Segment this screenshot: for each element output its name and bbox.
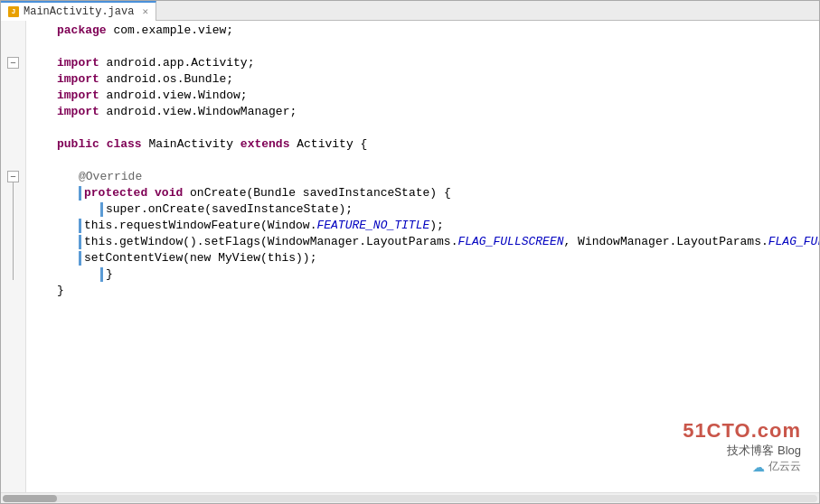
plain-token [99, 137, 107, 151]
code-line [33, 153, 819, 169]
keyword-token: import [57, 89, 99, 102]
line-content [33, 39, 819, 55]
plain-token: this.requestWindowFeature(Window. [84, 219, 316, 232]
code-line: protected void onCreate(Bundle savedInst… [33, 185, 819, 201]
java-file-icon: J [8, 6, 19, 17]
plain-token: android.app.Activity; [99, 56, 255, 70]
keyword-token: public [57, 137, 99, 151]
code-line [33, 299, 819, 315]
watermark-cloud: ☁ 亿云云 [683, 459, 801, 474]
plain-token: android.os.Bundle; [99, 72, 233, 86]
line-content: protected void onCreate(Bundle savedInst… [33, 185, 819, 201]
code-line: } [33, 283, 819, 299]
tab-filename: MainActivity.java [24, 5, 134, 18]
left-indicator-bar [100, 267, 103, 282]
line-content: super.onCreate(savedInstanceState); [33, 201, 819, 218]
line-content [33, 153, 819, 169]
left-indicator-bar [100, 202, 103, 217]
keyword-token: protected [84, 186, 147, 200]
fold-line [13, 182, 14, 280]
static-field-token: FEATURE_NO_TITLE [316, 219, 429, 232]
static-field-token: FLAG_FULLSCREEN [457, 235, 563, 248]
keyword-token: void [155, 186, 183, 200]
gutter: −− [1, 21, 26, 492]
collapse-marker[interactable]: − [7, 171, 19, 182]
plain-token: setContentView(new MyView(this)); [84, 251, 316, 265]
keyword-token: import [57, 72, 99, 86]
code-line: this.requestWindowFeature(Window.FEATURE… [33, 218, 819, 234]
watermark-tagline: 技术博客 Blog [683, 443, 801, 459]
keyword-token: class [107, 137, 142, 151]
plain-token: com.example.view; [107, 23, 233, 37]
line-content: public class MainActivity extends Activi… [33, 136, 819, 153]
plain-token: } [106, 267, 113, 281]
line-content: this.getWindow().setFlags(WindowManager.… [33, 234, 819, 250]
code-line [33, 120, 819, 136]
scrollbar-track [3, 495, 817, 502]
code-line: @Override [33, 169, 819, 185]
annotation-token: @Override [79, 170, 142, 183]
code-area[interactable]: package com.example.view;import android.… [26, 21, 819, 492]
code-line: super.onCreate(savedInstanceState); [33, 201, 819, 218]
line-content: import android.os.Bundle; [33, 71, 819, 88]
plain-token: Activity { [289, 137, 367, 151]
code-line: setContentView(new MyView(this)); [33, 250, 819, 266]
scrollbar-thumb[interactable] [3, 495, 57, 502]
line-content: } [33, 266, 819, 283]
left-indicator-bar [79, 186, 81, 201]
line-content: setContentView(new MyView(this)); [33, 250, 819, 266]
line-content: package com.example.view; [33, 23, 819, 39]
code-line: this.getWindow().setFlags(WindowManager.… [33, 234, 819, 250]
plain-token: ); [429, 219, 444, 232]
plain-token: } [57, 284, 64, 297]
code-content: package com.example.view;import android.… [26, 21, 819, 317]
plain-token: android.view.WindowManager; [99, 105, 297, 118]
code-line: package com.example.view; [33, 23, 819, 39]
static-field-token: FLAG_FULLSCREEN [768, 235, 819, 248]
plain-token [147, 186, 155, 200]
editor-window: J MainActivity.java ✕ −− package com.exa… [0, 0, 820, 504]
plain-token: this.getWindow().setFlags(WindowManager.… [84, 235, 457, 248]
watermark: 51CTO.com 技术博客 Blog ☁ 亿云云 [683, 419, 801, 474]
code-line: } [33, 266, 819, 283]
left-indicator-bar [79, 235, 81, 249]
left-indicator-bar [79, 219, 81, 233]
active-tab[interactable]: J MainActivity.java ✕ [1, 1, 156, 21]
horizontal-scrollbar[interactable] [1, 492, 819, 503]
keyword-token: extends [240, 137, 290, 151]
line-content: } [33, 283, 819, 299]
line-content [33, 120, 819, 136]
tab-close-button[interactable]: ✕ [142, 5, 148, 17]
plain-token: super.onCreate(savedInstanceState); [106, 202, 353, 216]
line-content: import android.view.WindowManager; [33, 104, 819, 120]
line-content: this.requestWindowFeature(Window.FEATURE… [33, 218, 819, 234]
keyword-token: import [57, 56, 99, 70]
code-line [33, 39, 819, 55]
line-content: import android.view.Window; [33, 88, 819, 104]
code-line: public class MainActivity extends Activi… [33, 136, 819, 153]
code-line: import android.view.WindowManager; [33, 104, 819, 120]
cloud-icon: ☁ [752, 460, 765, 474]
keyword-token: import [57, 105, 99, 118]
line-content: @Override [33, 169, 819, 185]
line-content: import android.app.Activity; [33, 55, 819, 71]
collapse-marker[interactable]: − [7, 57, 19, 69]
keyword-token: package [57, 23, 107, 37]
plain-token: , WindowManager.LayoutParams. [564, 235, 768, 248]
code-line: import android.app.Activity; [33, 55, 819, 71]
plain-token: android.view.Window; [99, 89, 248, 102]
tab-bar: J MainActivity.java ✕ [1, 1, 819, 21]
plain-token: onCreate(Bundle savedInstanceState) { [183, 186, 450, 200]
line-content [33, 299, 819, 315]
plain-token: MainActivity [142, 137, 240, 151]
left-indicator-bar [79, 251, 81, 266]
editor-body: −− package com.example.view;import andro… [1, 21, 819, 492]
code-line: import android.view.Window; [33, 88, 819, 104]
watermark-site: 51CTO.com [683, 419, 801, 443]
code-line: import android.os.Bundle; [33, 71, 819, 88]
